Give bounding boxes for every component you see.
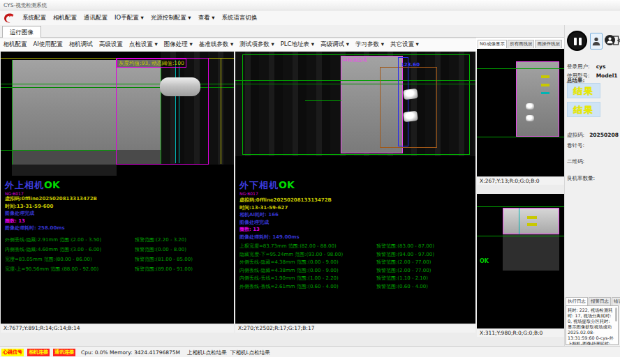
menu-io-config[interactable]: IO手配置 ▾ <box>111 10 147 25</box>
left-part-base <box>12 165 117 176</box>
menu-comm-config[interactable]: 通讯配置 <box>80 10 111 25</box>
tool-camera-config[interactable]: 相机配置 <box>0 40 30 49</box>
camera-view-middle[interactable]: AI检测区域 123.60 外下相机OK NG:B017 虚拟码:0ffline… <box>235 52 475 333</box>
measurement-row: 宽度=83.05mm 范围:(80.00 - 86.00) 预警范围:(81.0… <box>5 256 230 266</box>
small-view-top[interactable]: X:267;Y:13;R:0;G:0;B:0 <box>477 49 564 185</box>
tool-advanced-debug[interactable]: 高级调试 ▾ <box>317 40 352 49</box>
small-bottom-coords-bar: X:311;Y:980;R:0;G:0;B:0 <box>477 328 564 337</box>
toolbar: 相机配置 AI使用配置 相机调试 高级设置 点检设置 ▾ 图像处理 ▾ 基准线参… <box>0 38 476 51</box>
mid-green-hline-2 <box>235 84 475 84</box>
menubar: 系统配置 相机配置 通讯配置 IO手配置 ▾ 光源控制配置 ▾ 查看 ▾ 系统语… <box>0 10 620 25</box>
measurement-row: 内侧丢线-隐藏:4.60mm 范围:(3.00 - 6.00) 预警范围:(0.… <box>5 246 230 256</box>
measurement-warn: 预警范围:(2.20 - 3.20) <box>135 236 186 246</box>
count-label: 良机率数量: <box>567 175 595 182</box>
cpu-memory-text: Cpu: 0.0% Memory: 3424.41796875M <box>81 349 180 356</box>
small-top-part-image <box>516 61 559 137</box>
small-bottom-cyan-vline <box>519 208 519 234</box>
result-badge-2: 结果 <box>567 102 600 117</box>
mid-measurements: 上极宽度=83.73mm 范围:(82.00 - 88.00) 预警范围:(83… <box>239 243 471 291</box>
menu-camera-config[interactable]: 相机配置 <box>50 10 80 25</box>
measurement-row: 上极宽度=83.73mm 范围:(82.00 - 88.00) 预警范围:(83… <box>239 243 471 251</box>
app-window: CYS-视觉检测系统 系统配置 相机配置 通讯配置 IO手配置 ▾ 光源控制配置… <box>0 0 620 364</box>
window-titlebar: CYS-视觉检测系统 <box>0 0 620 10</box>
log-text: 耗时: 222, 视场检测耗时: 17, 视场分离耗时: 0, 视场提取分区耗时… <box>568 308 614 345</box>
app-logo-icon <box>2 13 16 24</box>
mid-info-vcode: 虚拟码:0ffline2025020813313472B <box>239 197 332 204</box>
exit-button[interactable] <box>613 33 620 48</box>
measurement-warn: 预警范围:(94.00 - 97.00) <box>376 251 434 259</box>
mid-info-ai-time: 相机AI耗时: 166 <box>239 211 332 219</box>
measurement-row: 内侧丢线-丢线=1.90mm 范围:(1.00 - 2.20) 预警范围:(1.… <box>239 275 471 283</box>
mid-coords-bar: X:270;Y:2502;R:17;G:17;B:17 <box>235 324 475 333</box>
mid-info-block: 虚拟码:0ffline2025020813313472B 时间:13-31-59… <box>239 197 332 241</box>
measurement-value: 外侧丢线-丢线=2.61mm 范围:(0.60 - 4.00) <box>239 283 376 291</box>
mid-ng-note: NG:B017 <box>239 192 295 196</box>
tab-error-log[interactable]: 错误日志 <box>612 297 620 305</box>
left-yellow-vline <box>221 58 221 164</box>
statusbar: 心跳信号 相机连接 通讯连接 Cpu: 0.0% Memory: 3424.41… <box>0 346 620 357</box>
tool-other-settings[interactable]: 其它设置 ▾ <box>387 40 422 49</box>
small-bottom-green-hline-1 <box>477 206 564 207</box>
tab-exec-log[interactable]: 执行日志 <box>566 297 588 305</box>
mid-info-elapsed: 图像处理耗时: 149.00ms <box>239 234 332 241</box>
tab-draw-layers[interactable]: 画操作线层 <box>535 40 562 48</box>
small-top-yellow-mark-2 <box>541 84 549 86</box>
small-bottom-green-hline-2 <box>477 236 564 236</box>
small-bottom-ok-label: OK <box>480 258 489 264</box>
small-bottom-part-shadow <box>503 234 559 271</box>
left-camera-status: OK <box>44 179 60 190</box>
tool-learn-params[interactable]: 学习参数 ▾ <box>352 40 387 49</box>
small-bottom-yellow-mark-1 <box>527 216 537 219</box>
camera-view-left[interactable]: 灰度均值:93, 动态阈值:100 外上相机OK NG:B017 虚拟码:0ff… <box>1 52 234 333</box>
small-top-bright-spot-1 <box>526 103 534 109</box>
log-area[interactable]: 耗时: 222, 视场检测耗时: 17, 视场分离耗时: 0, 视场提取分区耗时… <box>566 305 619 345</box>
tool-spot-check[interactable]: 点检设置 ▾ <box>126 40 161 49</box>
tabstrip: 运行图像 <box>0 25 620 38</box>
window-title: CYS-视觉检测系统 <box>3 2 47 8</box>
user-icon <box>591 35 601 47</box>
tool-advanced-settings[interactable]: 高级设置 <box>96 40 126 49</box>
left-coords-bar: X:7677;Y:891;R:14;G:14;B:14 <box>1 324 234 333</box>
menu-system-config[interactable]: 系统配置 <box>19 10 50 25</box>
virtual-code-value: 20250208 <box>589 132 619 138</box>
log-scrollbar[interactable] <box>615 308 617 321</box>
measurement-row: 外侧丢线-丢线=2.61mm 范围:(0.60 - 4.00) 预警范围:(0.… <box>239 283 471 291</box>
tool-baseline-params[interactable]: 基准线参数 ▾ <box>195 40 236 49</box>
small-top-green-hline-1 <box>477 68 564 69</box>
menu-view[interactable]: 查看 ▾ <box>195 10 219 25</box>
tab-alarm-log[interactable]: 报警日志 <box>589 297 611 305</box>
tab-all-layers[interactable]: 所有画线层 <box>508 40 535 48</box>
small-top-yellow-mark-1 <box>541 75 549 78</box>
measurement-warn: 预警范围:(89.00 - 91.00) <box>135 266 193 275</box>
tab-run-image[interactable]: 运行图像 <box>2 26 41 38</box>
tool-plc-address[interactable]: PLC地址表 ▾ <box>277 40 317 49</box>
small-view-bottom[interactable]: OK X:311;Y:980;R:0;G:0;B:0 <box>477 194 564 337</box>
measurement-value: 隐藏宽度-下=95.24mm 范围:(93.00 - 98.00) <box>239 251 376 259</box>
exit-door-icon <box>613 33 620 48</box>
left-green-hline-3 <box>1 150 117 151</box>
user-login-button[interactable] <box>590 33 603 50</box>
measurement-row: 内侧丢线-隐藏=4.38mm 范围:(0.00 - 9.00) 预警范围:(2.… <box>239 267 471 275</box>
menu-language-switch[interactable]: 系统语言切换 <box>219 10 261 25</box>
mid-green-hline-3 <box>305 100 341 101</box>
left-roi-rect <box>116 58 209 165</box>
heartbeat-badge: 心跳信号 <box>1 349 24 356</box>
tool-test-params[interactable]: 测试项参数 ▾ <box>237 40 277 49</box>
measurement-row: 外侧丢线-隐藏=4.38mm 范围:(0.00 - 9.00) 预警范围:(2.… <box>239 259 471 267</box>
qrcode-label: 二维码: <box>567 158 584 165</box>
menu-light-control[interactable]: 光源控制配置 ▾ <box>147 10 195 25</box>
pause-button[interactable] <box>567 31 587 51</box>
measurement-warn: 预警范围:(81.00 - 85.00) <box>135 256 193 266</box>
tool-ai-use-config[interactable]: AI使用配置 <box>30 40 66 49</box>
cam-top-check-label: 上相机L点检结果 <box>187 349 227 356</box>
small-top-cyan-mark <box>541 92 549 94</box>
tool-camera-debug[interactable]: 相机调试 <box>66 40 96 49</box>
model-value: Model1 <box>596 73 618 79</box>
mid-blue-value: 123.60 <box>401 62 420 68</box>
small-top-bright-spot-2 <box>526 115 534 121</box>
virtual-code-label: 虚拟码: <box>567 132 584 138</box>
left-roller-image <box>160 77 200 96</box>
measurement-value: 内侧丢线-隐藏=4.38mm 范围:(0.00 - 9.00) <box>239 267 376 275</box>
tab-ng-display[interactable]: NG成像显示 <box>478 40 507 48</box>
tool-image-process[interactable]: 图像处理 ▾ <box>161 40 195 49</box>
